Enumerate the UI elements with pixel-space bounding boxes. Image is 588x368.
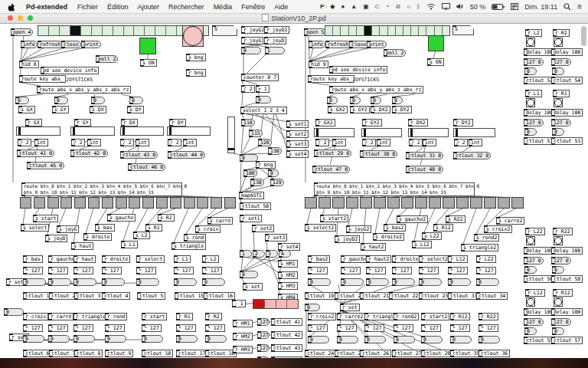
device2-hradio-cell-11[interactable]: [411, 26, 419, 35]
msg-ctlout-43-0[interactable]: ctlout 43 0: [120, 151, 158, 159]
msg-0[interactable]: 0: [91, 97, 105, 104]
msg-130[interactable]: 130: [268, 147, 282, 155]
msg-127-0[interactable]: 127 0: [551, 257, 571, 264]
input-menu-icon[interactable]: [511, 3, 518, 10]
msg-open-4[interactable]: open 4: [11, 28, 33, 36]
msg-127-0[interactable]: 127 0: [524, 119, 544, 127]
device2-btn-toggle-4[interactable]: [360, 197, 372, 209]
device1-hradio-cell-5[interactable]: [92, 26, 103, 35]
msg-130[interactable]: 130: [250, 179, 264, 186]
msg-0[interactable]: 0: [366, 278, 389, 286]
app-menu[interactable]: Pd-extended: [26, 3, 67, 11]
device1-hradio-cell-1[interactable]: [49, 26, 60, 35]
msg-1[interactable]: 1: [240, 250, 252, 258]
window-status-icon[interactable]: ▣: [363, 3, 369, 10]
msg-0[interactable]: 0: [129, 97, 143, 104]
device1-hradio-cell-0[interactable]: [38, 26, 49, 35]
device1-btn-toggle-7[interactable]: [116, 197, 127, 209]
msg-0[interactable]: 0: [240, 271, 258, 278]
gy-slider[interactable]: [70, 127, 115, 136]
device2-hradio-cell-10[interactable]: [403, 26, 411, 35]
device1-hradio-cell-3[interactable]: [70, 26, 81, 35]
msg-0[interactable]: 0: [371, 97, 381, 104]
msg-0[interactable]: 0: [364, 336, 386, 343]
msg-0[interactable]: 0: [308, 278, 331, 286]
msg-1[interactable]: 1: [265, 47, 285, 54]
device1-btn-toggle-0[interactable]: [20, 197, 31, 209]
msg-0[interactable]: 0: [102, 278, 125, 286]
msg-ctlout-31-0[interactable]: ctlout 31 0: [406, 152, 443, 159]
msg-0[interactable]: 0: [136, 278, 159, 286]
msg-poll-2[interactable]: poll 2: [96, 55, 118, 63]
msg-0[interactable]: 0: [341, 278, 364, 286]
bluetooth-icon[interactable]: ᛒ: [416, 3, 420, 10]
airplay-display-icon[interactable]: [442, 3, 450, 10]
r22-bang[interactable]: [554, 236, 563, 245]
gx-slider[interactable]: [16, 127, 60, 136]
hm-hradio-cell-0[interactable]: [253, 300, 265, 308]
msg-4[interactable]: 4: [279, 250, 291, 258]
msg-0[interactable]: 0: [552, 67, 564, 75]
msg-120[interactable]: 120: [258, 139, 272, 146]
device2-btn-toggle-3[interactable]: [346, 197, 358, 209]
msg-0[interactable]: 0: [142, 335, 163, 343]
device1-hradio-cell-12[interactable]: [166, 26, 177, 35]
menu-m-dia[interactable]: Média: [214, 3, 233, 11]
device1-btn-toggle-1[interactable]: [34, 197, 45, 209]
msg-127[interactable]: 127: [257, 331, 270, 339]
hm-hradio[interactable]: [253, 299, 299, 309]
device2-hradio-cell-6[interactable]: [372, 26, 380, 35]
msg-100[interactable]: 100: [243, 169, 257, 177]
msg-0[interactable]: 0: [23, 335, 44, 343]
menu-aide[interactable]: Aide: [274, 3, 288, 11]
msg-refresh[interactable]: refresh: [38, 41, 63, 48]
notification-center-icon[interactable]: ≡: [577, 2, 582, 11]
gx2-slider[interactable]: [314, 128, 354, 137]
msg-0[interactable]: 0: [479, 336, 500, 343]
msg-127[interactable]: 127: [257, 318, 270, 326]
msg-0[interactable]: 0: [552, 327, 564, 335]
device2-hradio-cell-15[interactable]: [443, 26, 449, 35]
device1-btn-toggle-11[interactable]: [170, 197, 181, 209]
device1-hradio-cell-7[interactable]: [113, 26, 124, 35]
msg-127-0[interactable]: 127 0: [524, 318, 544, 326]
device1-btn-toggle-9[interactable]: [142, 197, 154, 209]
device1-btn-toggle-8[interactable]: [129, 197, 140, 209]
device2-on-toggle[interactable]: [428, 35, 444, 51]
msg-0[interactable]: 0: [48, 335, 70, 343]
mode-vslider[interactable]: [227, 117, 235, 153]
device1-btn-toggle-14[interactable]: [211, 197, 222, 209]
msg-0[interactable]: 0: [305, 304, 320, 311]
msg-0[interactable]: 0: [74, 335, 95, 343]
device2-btn-toggle-10[interactable]: [443, 197, 455, 209]
device2-hradio-cell-13[interactable]: [426, 26, 434, 35]
msg-0[interactable]: 0: [327, 97, 338, 104]
r2-bang[interactable]: [554, 38, 563, 47]
msg-0[interactable]: 0: [23, 278, 46, 286]
msg-0[interactable]: 0: [448, 278, 471, 286]
l12-bang[interactable]: [526, 297, 535, 307]
device2-btn-toggle-6[interactable]: [387, 197, 400, 209]
msg-3[interactable]: 3: [266, 250, 278, 258]
l2-bang[interactable]: [526, 38, 535, 47]
menu-fen-tre[interactable]: Fenêtre: [241, 3, 265, 11]
msg-refresh[interactable]: refresh: [325, 41, 351, 48]
device2-hradio-cell-3[interactable]: [349, 26, 357, 35]
msg-0[interactable]: 0: [476, 278, 499, 286]
device1-hradio-cell-2[interactable]: [60, 26, 70, 35]
device1-hradio-cell-6[interactable]: [103, 26, 113, 35]
l1-bang[interactable]: [526, 98, 535, 107]
device1-hradio-cell-4[interactable]: [81, 26, 92, 35]
device1-btn-toggle-5[interactable]: [88, 197, 100, 209]
device2-btn-toggle-7[interactable]: [401, 197, 413, 209]
msg-127-0[interactable]: 127 0: [551, 119, 571, 127]
msg-127-0[interactable]: 127 0: [524, 58, 544, 66]
device1-hradio-cell-9[interactable]: [134, 26, 145, 35]
clock-status-icon[interactable]: ◔: [386, 3, 390, 10]
patch-canvas[interactable]: open 45inforefreshcloseprintpoll 2s ONhi…: [0, 23, 588, 358]
msg-0[interactable]: 0: [202, 278, 225, 286]
r1-bang[interactable]: [554, 98, 563, 107]
menu-clock[interactable]: Dim. 19:11: [524, 3, 557, 11]
hm-hradio-cell-2[interactable]: [276, 300, 288, 308]
device2-hradio-cell-12[interactable]: [419, 26, 426, 35]
